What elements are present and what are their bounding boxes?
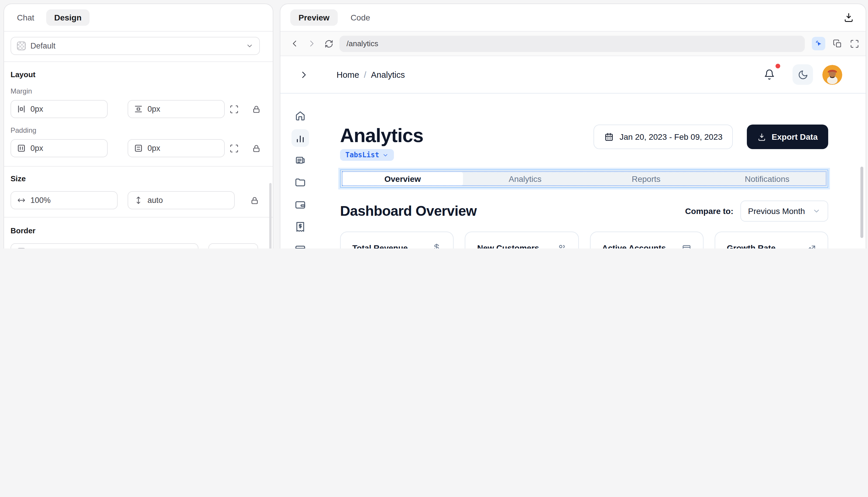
inspect-cursor-icon	[814, 40, 823, 48]
download-icon[interactable]	[843, 12, 854, 23]
users-icon	[557, 243, 566, 248]
component-variant-select[interactable]: Default	[11, 37, 260, 55]
height-input[interactable]: auto	[128, 191, 235, 209]
export-data-button[interactable]: Export Data	[747, 125, 828, 149]
sidebar-item-invoices[interactable]	[291, 218, 309, 236]
margin-horizontal-icon	[17, 105, 26, 113]
section-title: Dashboard Overview	[340, 203, 477, 219]
tab-notifications[interactable]: Notifications	[707, 170, 828, 187]
app-header: Home / Analytics	[280, 56, 866, 94]
border-side-select[interactable]: Default	[208, 243, 258, 248]
inspect-cursor-button[interactable]	[812, 37, 825, 50]
layout-section-title: Layout	[11, 70, 273, 79]
stat-card-active-accounts: Active Accounts 12,234 +19% from last mo…	[590, 231, 704, 248]
bell-icon	[764, 69, 775, 80]
padding-vertical-icon	[134, 144, 143, 153]
margin-y-input[interactable]: 0px	[128, 100, 225, 118]
receipt-icon	[294, 221, 306, 233]
tab-overview[interactable]: Overview	[342, 172, 463, 186]
dollar-icon	[432, 243, 442, 248]
tab-preview[interactable]: Preview	[290, 9, 338, 26]
stats-row: Total Revenue $45,231.89 +20.1% from las…	[340, 231, 828, 248]
breadcrumb-home[interactable]: Home	[336, 70, 359, 79]
stat-card-growth-rate: Growth Rate 18.6% +5.4% from last month …	[715, 231, 828, 248]
left-panel-scrollbar[interactable]	[269, 183, 272, 248]
app-sidebar	[280, 94, 320, 248]
tabs-list: Overview Analytics Reports Notifications	[340, 170, 828, 188]
download-icon	[758, 132, 767, 141]
sidebar-item-news[interactable]	[291, 152, 309, 169]
arrow-vertical-icon	[134, 196, 143, 205]
sidebar-item-cards[interactable]	[291, 240, 309, 248]
padding-label: Padding	[11, 126, 273, 134]
moon-icon	[798, 69, 808, 80]
design-controls: Default Layout Margin 0px 0px Paddin	[4, 37, 273, 248]
width-input[interactable]: 100%	[11, 191, 118, 209]
chevron-down-icon	[246, 42, 253, 50]
breadcrumb: Home / Analytics	[336, 70, 405, 79]
folder-icon	[294, 176, 306, 188]
date-range-button[interactable]: Jan 20, 2023 - Feb 09, 2023	[593, 125, 733, 149]
url-input[interactable]: /analytics	[340, 36, 805, 52]
app-main: Analytics TabsList Jan 20, 2023 - Feb 09…	[340, 94, 828, 248]
fullscreen-icon[interactable]	[850, 39, 859, 48]
sidebar-item-analytics[interactable]	[291, 129, 309, 147]
lock-icon[interactable]	[252, 144, 261, 153]
padding-horizontal-icon	[17, 144, 26, 153]
credit-card-icon	[294, 243, 306, 248]
preview-panel: Preview Code /analytics Home / Analytics	[280, 3, 866, 248]
notifications-bell-button[interactable]	[764, 69, 775, 80]
margin-x-input[interactable]: 0px	[11, 100, 108, 118]
stat-card-total-revenue: Total Revenue $45,231.89 +20.1% from las…	[340, 231, 454, 248]
forward-icon[interactable]	[307, 39, 316, 48]
margin-vertical-icon	[134, 105, 143, 113]
refresh-icon[interactable]	[324, 39, 334, 48]
copy-icon[interactable]	[833, 39, 842, 48]
stat-card-new-customers: New Customers 2,350 +180.1% from last mo…	[465, 231, 579, 248]
theme-toggle-button[interactable]	[793, 64, 813, 85]
compare-select[interactable]: Previous Month	[740, 201, 828, 222]
preview-panel-tabs: Preview Code	[280, 4, 866, 31]
trending-up-icon	[807, 243, 816, 248]
sidebar-item-files[interactable]	[291, 174, 309, 191]
padding-x-input[interactable]: 0px	[11, 139, 108, 157]
sidebar-toggle-chevron-icon[interactable]	[299, 70, 308, 79]
size-section-title: Size	[11, 174, 273, 183]
newspaper-icon	[294, 154, 306, 166]
chevron-down-icon	[812, 207, 821, 215]
bar-chart-icon	[294, 132, 306, 144]
left-panel-tabs: Chat Design	[4, 4, 273, 31]
tab-code[interactable]: Code	[350, 13, 370, 22]
margin-label: Margin	[11, 87, 273, 95]
expand-sides-icon[interactable]	[230, 144, 239, 153]
calendar-icon	[604, 132, 614, 142]
credit-card-icon	[682, 243, 691, 248]
tab-chat[interactable]: Chat	[17, 13, 34, 22]
compare-label: Compare to:	[685, 207, 733, 216]
sidebar-item-home[interactable]	[291, 107, 309, 125]
padding-y-input[interactable]: 0px	[128, 139, 225, 157]
user-avatar[interactable]	[822, 65, 842, 85]
home-icon	[294, 110, 306, 122]
expand-sides-icon[interactable]	[230, 104, 239, 114]
tab-analytics[interactable]: Analytics	[465, 170, 586, 187]
breadcrumb-current: Analytics	[371, 70, 405, 79]
sidebar-item-wallet[interactable]	[291, 196, 309, 213]
border-style-select[interactable]: Default	[11, 243, 198, 248]
back-icon[interactable]	[290, 39, 299, 48]
preview-urlbar: /analytics	[280, 31, 866, 56]
wallet-icon	[294, 199, 306, 211]
tab-reports[interactable]: Reports	[585, 170, 707, 187]
lock-icon[interactable]	[252, 104, 261, 114]
lock-icon[interactable]	[250, 196, 259, 205]
design-panel: Chat Design Default Layout Margin 0px	[3, 3, 273, 248]
arrow-horizontal-icon	[17, 196, 26, 205]
tab-design[interactable]: Design	[46, 9, 89, 26]
selected-element-chip[interactable]: TabsList	[340, 149, 394, 161]
v0-workspace: Chat Design Default Layout Margin 0px	[0, 0, 868, 248]
notification-dot	[775, 64, 780, 68]
preview-scrollbar[interactable]	[860, 167, 863, 238]
border-section-title: Border	[11, 226, 273, 235]
page-title: Analytics	[340, 125, 423, 147]
chevron-down-icon	[382, 152, 389, 158]
